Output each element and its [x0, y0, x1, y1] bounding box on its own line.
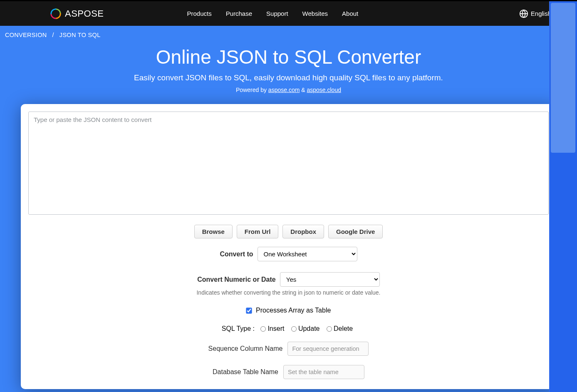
- convert-to-label: Convert to: [220, 251, 253, 258]
- convert-numeric-select[interactable]: Yes: [280, 272, 380, 287]
- convert-to-row: Convert to One Worksheet: [28, 247, 549, 261]
- browse-button[interactable]: Browse: [194, 225, 233, 238]
- breadcrumb-parent[interactable]: CONVERSION: [5, 32, 47, 38]
- table-name-row: Database Table Name: [28, 365, 549, 379]
- page-scrollbar-track[interactable]: [549, 1, 577, 392]
- table-name-label: Database Table Name: [213, 368, 278, 376]
- nav-websites[interactable]: Websites: [302, 10, 328, 17]
- convert-to-select[interactable]: One Worksheet: [258, 247, 357, 261]
- nav-support[interactable]: Support: [266, 10, 288, 17]
- convert-numeric-row: Convert Numeric or Date Yes: [28, 272, 549, 287]
- nav-products[interactable]: Products: [187, 10, 211, 17]
- google-drive-button[interactable]: Google Drive: [328, 225, 383, 238]
- powered-amp: &: [300, 87, 307, 93]
- powered-link-aspose-cloud[interactable]: aspose.cloud: [307, 87, 341, 93]
- sequence-input[interactable]: [287, 342, 369, 356]
- process-array-checkbox[interactable]: [246, 308, 252, 314]
- powered-link-aspose-com[interactable]: aspose.com: [268, 87, 300, 93]
- convert-numeric-hint: Indicates whether converting the string …: [28, 289, 549, 296]
- globe-icon: [519, 9, 528, 18]
- brand-logo[interactable]: ASPOSE: [50, 8, 104, 20]
- process-array-label: Processes Array as Table: [256, 307, 331, 314]
- breadcrumb-sep: /: [52, 32, 54, 38]
- sql-type-label: SQL Type :: [222, 325, 257, 332]
- sql-type-radio-delete[interactable]: [327, 326, 332, 332]
- sql-type-option-insert[interactable]: Insert: [260, 325, 284, 332]
- powered-by: Powered by aspose.com & aspose.cloud: [8, 87, 569, 93]
- sequence-row: Sequence Column Name: [28, 342, 549, 356]
- aspose-logo-icon: [50, 8, 62, 20]
- sql-type-radio-insert[interactable]: [260, 326, 266, 332]
- sql-type-option-update[interactable]: Update: [291, 325, 320, 332]
- json-input-textarea[interactable]: [28, 112, 549, 215]
- convert-numeric-label: Convert Numeric or Date: [197, 276, 276, 283]
- source-buttons: Browse From Url Dropbox Google Drive: [28, 225, 549, 238]
- sequence-label: Sequence Column Name: [208, 345, 283, 352]
- nav-purchase[interactable]: Purchase: [226, 10, 252, 17]
- primary-nav: Products Purchase Support Websites About: [187, 10, 358, 17]
- page-title: Online JSON to SQL Converter: [8, 46, 569, 68]
- process-array-row: Processes Array as Table: [28, 307, 549, 314]
- powered-prefix: Powered by: [236, 87, 268, 93]
- converter-panel: Browse From Url Dropbox Google Drive Con…: [21, 104, 556, 389]
- hero: Online JSON to SQL Converter Easily conv…: [0, 44, 577, 102]
- brand-text: ASPOSE: [65, 8, 104, 19]
- table-name-input[interactable]: [283, 365, 364, 379]
- sql-type-row: SQL Type : Insert Update Delete: [28, 325, 549, 332]
- sql-type-radio-update[interactable]: [291, 326, 297, 332]
- page-scrollbar-thumb[interactable]: [551, 3, 575, 153]
- nav-about[interactable]: About: [342, 10, 358, 17]
- top-nav-bar: ASPOSE Products Purchase Support Website…: [0, 1, 577, 26]
- page-subtitle: Easily convert JSON files to SQL, easily…: [8, 73, 569, 82]
- from-url-button[interactable]: From Url: [237, 225, 279, 238]
- breadcrumb-current: JSON TO SQL: [59, 32, 101, 38]
- sql-type-option-delete[interactable]: Delete: [327, 325, 353, 332]
- language-switcher[interactable]: English: [519, 9, 551, 18]
- dropbox-button[interactable]: Dropbox: [282, 225, 324, 238]
- breadcrumb: CONVERSION / JSON TO SQL: [0, 26, 577, 44]
- language-label: English: [531, 10, 551, 17]
